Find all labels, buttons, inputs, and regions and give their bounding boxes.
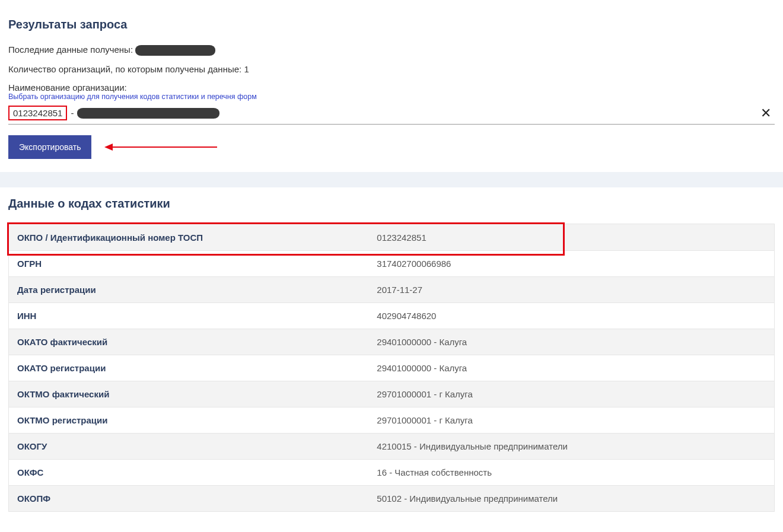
export-button[interactable]: Экспортировать (8, 135, 91, 159)
codes-value: 29701000001 - г Калуга (368, 382, 774, 406)
codes-label: ОКОПФ (9, 486, 368, 511)
codes-label: ОКТМО регистрации (9, 408, 368, 432)
table-row: ОКАТО фактический 29401000000 - Калуга (9, 329, 774, 355)
table-row: ОКАТО регистрации 29401000000 - Калуга (9, 355, 774, 381)
codes-label: ОКТМО фактический (9, 382, 368, 406)
table-row: Дата регистрации 2017-11-27 (9, 276, 774, 302)
codes-value: 29401000000 - Калуга (368, 330, 774, 354)
select-org-link[interactable]: Выбрать организацию для получения кодов … (8, 93, 257, 101)
table-row: ИНН 402904748620 (9, 302, 774, 329)
codes-value: 402904748620 (368, 304, 774, 328)
org-input-text: 0123242851 - (8, 106, 757, 120)
codes-value: 29701000001 - г Калуга (368, 408, 774, 432)
last-data-label: Последние данные получены: (8, 44, 133, 55)
codes-label: ОКАТО регистрации (9, 356, 368, 380)
codes-label: ОКАТО фактический (9, 330, 368, 354)
codes-label: ОКПО / Идентификационный номер ТОСП (9, 225, 368, 250)
codes-value: 16 - Частная собственность (368, 460, 774, 485)
table-row: ОКОГУ 4210015 - Индивидуальные предприни… (9, 433, 774, 459)
codes-value: 50102 - Индивидуальные предприниматели (368, 486, 774, 511)
arrow-annotation-icon (104, 141, 217, 155)
codes-value: 0123242851 (368, 225, 774, 250)
org-code-highlighted: 0123242851 (8, 106, 67, 120)
codes-value: 2017-11-27 (368, 278, 774, 302)
section-divider (0, 172, 783, 187)
select-org-link-wrap: Выбрать организацию для получения кодов … (8, 91, 775, 101)
results-title: Результаты запроса (8, 18, 775, 31)
org-code-separator: - (71, 108, 74, 118)
redacted-org-name (77, 108, 219, 119)
codes-label: ИНН (9, 304, 368, 328)
codes-table: ОКПО / Идентификационный номер ТОСП 0123… (8, 224, 775, 512)
last-data-line: Последние данные получены: (8, 44, 775, 56)
table-row: ОКОПФ 50102 - Индивидуальные предпринима… (9, 485, 774, 511)
table-row: ОКТМО фактический 29701000001 - г Калуга (9, 381, 774, 407)
codes-label: Дата регистрации (9, 278, 368, 302)
table-row: ОКТМО регистрации 29701000001 - г Калуга (9, 407, 774, 433)
codes-value: 4210015 - Индивидуальные предприниматели (368, 434, 774, 458)
codes-section-title: Данные о кодах статистики (8, 197, 775, 211)
codes-value: 29401000000 - Калуга (368, 356, 774, 380)
clear-input-icon[interactable]: ✕ (757, 107, 775, 120)
svg-marker-1 (104, 144, 113, 151)
codes-label: ОКОГУ (9, 434, 368, 458)
codes-label: ОГРН (9, 251, 368, 276)
org-count-line: Количество организаций, по которым получ… (8, 64, 775, 74)
org-input-row[interactable]: 0123242851 - ✕ (8, 104, 775, 125)
codes-value: 317402700066986 (368, 251, 774, 276)
redacted-timestamp (135, 45, 215, 56)
table-row: ОКФС 16 - Частная собственность (9, 459, 774, 485)
export-row: Экспортировать (8, 135, 775, 159)
codes-label: ОКФС (9, 460, 368, 485)
table-row: ОГРН 317402700066986 (9, 250, 774, 276)
table-row: ОКПО / Идентификационный номер ТОСП 0123… (9, 224, 774, 250)
